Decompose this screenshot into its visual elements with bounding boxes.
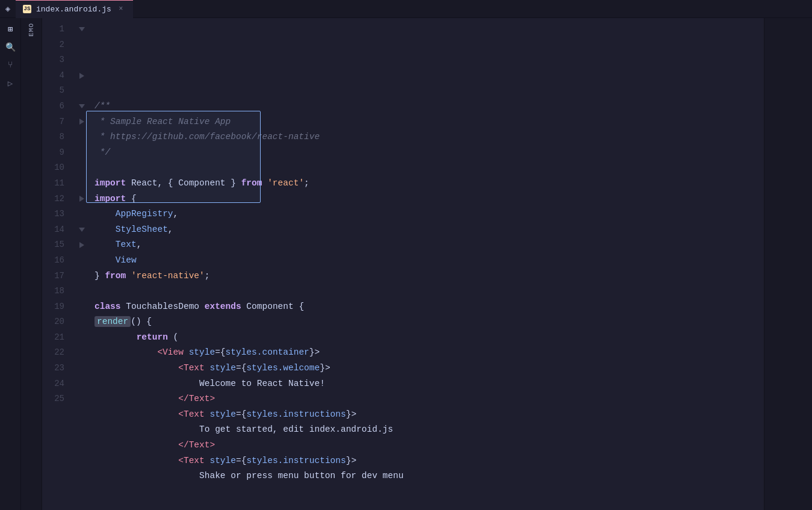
code-line-20: </Text> [95,391,764,407]
tab-filename: index.android.js [36,5,111,14]
fold-gutter-14[interactable] [77,222,87,238]
title-bar: ◈ JS index.android.js × [0,0,812,18]
line-number-22: 22 [47,345,64,361]
fold-gutter-11 [77,176,87,191]
line-number-1: 1 [47,22,64,37]
fold-gutter [75,18,88,510]
fold-gutter-4[interactable] [77,68,87,84]
tab-file-icon: JS [23,5,31,13]
line-number-3: 3 [47,52,64,68]
fold-gutter-8 [77,129,87,145]
fold-gutter-7[interactable] [77,114,87,130]
activity-icon-search[interactable]: 🔍 [2,39,19,55]
tab-close-button[interactable]: × [116,4,126,14]
code-line-8: AppRegistry, [95,207,764,222]
line-number-19: 19 [47,299,64,315]
code-line-15: render() { [95,314,764,330]
fold-gutter-10 [77,160,87,176]
code-line-4: */ [95,145,764,161]
line-number-5: 5 [47,83,64,99]
fold-gutter-18 [77,284,87,299]
line-number-16: 16 [47,253,64,269]
activity-bar: ⊞ 🔍 ⑂ ▷ [0,18,21,510]
code-line-24: <Text style={styles.instructions}> [95,453,764,469]
fold-gutter-13 [77,207,87,222]
window-icon: ◈ [2,4,13,14]
fold-gutter-19 [77,299,87,315]
code-line-21: <Text style={styles.instructions}> [95,407,764,423]
code-line-5 [95,160,764,176]
code-editor[interactable]: 1234567891011121314151617181920212223242… [42,18,764,510]
fold-gutter-21 [77,330,87,346]
fold-gutter-17 [77,269,87,284]
fold-gutter-9 [77,145,87,161]
line-number-8: 8 [47,129,64,145]
line-number-21: 21 [47,330,64,346]
fold-gutter-16 [77,253,87,269]
line-number-9: 9 [47,145,64,161]
line-number-13: 13 [47,207,64,222]
code-line-10: Text, [95,237,764,253]
code-line-2: * Sample React Native App [95,114,764,130]
code-line-18: <Text style={styles.welcome}> [95,361,764,376]
fold-gutter-15[interactable] [77,237,87,253]
activity-icon-git[interactable]: ⑂ [2,57,19,73]
fold-gutter-5 [77,83,87,99]
code-line-22: To get started, edit index.android.js [95,422,764,438]
line-number-14: 14 [47,222,64,238]
line-number-23: 23 [47,361,64,376]
line-number-18: 18 [47,284,64,299]
code-line-12: } from 'react-native'; [95,269,764,284]
minimap [764,18,812,510]
line-number-4: 4 [47,68,64,84]
line-number-11: 11 [47,176,64,191]
line-number-2: 2 [47,37,64,53]
sidebar-explorer-label: emo [28,18,35,42]
code-line-17: <View style={styles.container}> [95,345,764,361]
fold-gutter-3 [77,52,87,68]
code-line-13 [95,284,764,299]
code-line-19: Welcome to React Native! [95,376,764,392]
code-line-7: import { [95,191,764,207]
code-line-11: View [95,253,764,269]
line-number-24: 24 [47,376,64,392]
code-line-16: return ( [95,330,764,346]
line-number-7: 7 [47,114,64,130]
editor-body: emo 123456789101112131415161718192021222… [21,18,812,510]
line-number-6: 6 [47,99,64,114]
line-number-12: 12 [47,191,64,207]
line-number-25: 25 [47,391,64,407]
code-line-3: * https://github.com/facebook/react-nati… [95,129,764,145]
fold-gutter-25 [77,391,87,407]
editor-container: ⊞ 🔍 ⑂ ▷ emo 1234567891011121314151617181… [0,18,812,510]
fold-gutter-12[interactable] [77,191,87,207]
line-number-20: 20 [47,314,64,330]
sidebar-panel: emo [21,18,42,510]
activity-icon-explorer[interactable]: ⊞ [2,20,19,37]
code-line-1: /** [95,99,764,114]
activity-icon-debug[interactable]: ▷ [2,75,19,92]
line-number-15: 15 [47,237,64,253]
code-line-25: Shake or press menu button for dev menu [95,468,764,484]
code-line-9: StyleSheet, [95,222,764,238]
code-content[interactable]: /** * Sample React Native App * https://… [88,18,764,510]
code-line-6: import React, { Component } from 'react'… [95,176,764,191]
code-line-23: </Text> [95,438,764,453]
code-lines: /** * Sample React Native App * https://… [95,99,764,484]
code-line-14: class TouchablesDemo extends Component { [95,299,764,315]
fold-gutter-24 [77,376,87,392]
fold-gutter-1[interactable] [77,22,87,37]
editor-tab[interactable]: JS index.android.js × [16,0,133,18]
line-number-10: 10 [47,160,64,176]
fold-gutter-23 [77,361,87,376]
fold-gutter-6[interactable] [77,99,87,114]
fold-gutter-20 [77,314,87,330]
fold-gutter-22 [77,345,87,361]
line-number-17: 17 [47,269,64,284]
fold-gutter-2 [77,37,87,53]
line-numbers: 1234567891011121314151617181920212223242… [42,18,75,510]
